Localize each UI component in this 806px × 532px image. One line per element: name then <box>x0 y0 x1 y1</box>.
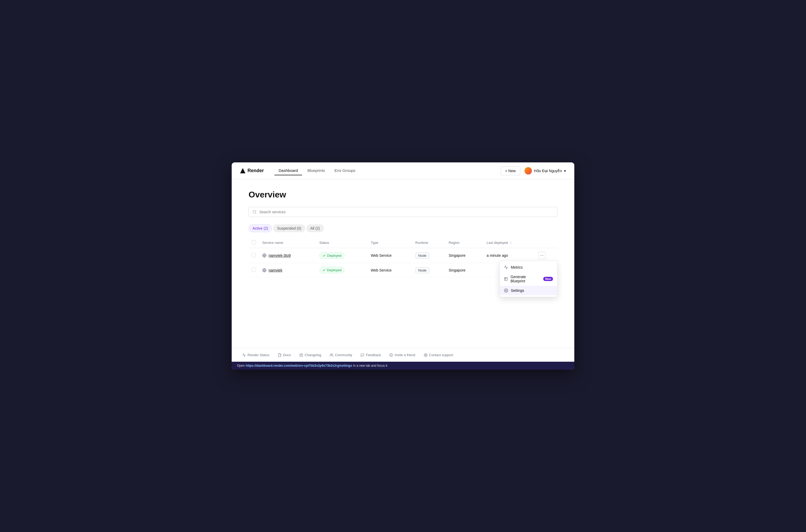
main-content: Overview Active (2) Suspended (0) All (2… <box>232 179 574 348</box>
col-runtime: Runtime <box>412 238 445 248</box>
col-type: Type <box>368 238 412 248</box>
navigation: Render Dashboard Blueprints Env Groups +… <box>232 163 574 179</box>
col-region: Region <box>445 238 483 248</box>
search-icon <box>252 210 257 214</box>
dropdown-settings[interactable]: Settings <box>500 286 557 295</box>
new-button[interactable]: + New <box>501 166 520 175</box>
changelog-icon <box>300 353 303 357</box>
globe-icon <box>262 268 267 272</box>
svg-point-13 <box>425 354 426 356</box>
logo-text: Render <box>248 168 264 173</box>
svg-point-8 <box>330 354 332 355</box>
globe-icon <box>262 253 267 258</box>
more-button-1[interactable]: ··· <box>538 252 545 259</box>
user-name: Hữu Đại Nguyễn <box>534 169 562 173</box>
feedback-icon <box>361 353 364 357</box>
chart-icon <box>504 265 508 269</box>
svg-point-12 <box>424 354 427 357</box>
footer-changelog[interactable]: Changelog <box>300 353 321 357</box>
svg-point-0 <box>253 210 256 213</box>
type-cell-1: Web Service <box>368 248 412 263</box>
community-icon <box>330 353 333 357</box>
footer-docs[interactable]: Docs <box>278 353 291 357</box>
region-cell-1: Singapore <box>445 248 483 263</box>
sort-icon: ↑ <box>510 241 512 245</box>
svg-point-5 <box>505 290 506 291</box>
page-title: Overview <box>249 190 557 200</box>
col-status: Status <box>316 238 368 248</box>
tab-active[interactable]: Active (2) <box>249 224 272 232</box>
service-link-1[interactable]: namviek-3to9 <box>269 253 291 258</box>
nav-blueprints[interactable]: Blueprints <box>303 166 329 175</box>
tab-all[interactable]: All (2) <box>306 224 324 232</box>
filter-tabs: Active (2) Suspended (0) All (2) <box>249 224 557 232</box>
runtime-badge-2: Node <box>416 267 429 273</box>
row-checkbox-1[interactable] <box>252 253 256 257</box>
status-badge-2: Deployed <box>320 267 345 273</box>
user-menu[interactable]: Hữu Đại Nguyễn ▾ <box>524 167 566 174</box>
type-cell-2: Web Service <box>368 263 412 277</box>
avatar <box>524 167 532 174</box>
footer-contact-support[interactable]: Contact support <box>424 353 453 357</box>
footer-invite[interactable]: Invite a friend <box>389 353 415 357</box>
nav-right: + New Hữu Đại Nguyễn ▾ <box>501 166 566 175</box>
doc-icon <box>278 353 282 357</box>
region-cell-2: Singapore <box>445 263 483 277</box>
footer-render-status[interactable]: Render Status <box>242 353 269 357</box>
dropdown-generate-blueprint[interactable]: Generate Blueprint New <box>500 272 557 286</box>
new-badge: New <box>543 277 553 281</box>
tab-suspended[interactable]: Suspended (0) <box>273 224 305 232</box>
blueprint-icon <box>504 277 508 281</box>
check-icon <box>322 268 326 272</box>
search-input[interactable] <box>260 210 554 214</box>
settings-icon <box>504 288 508 292</box>
row-actions-1: ··· Metrics <box>535 248 557 263</box>
service-name-cell-2: namviek <box>262 268 313 272</box>
col-service-name: Service name <box>259 238 316 248</box>
logo-icon <box>240 168 245 173</box>
select-all-checkbox[interactable] <box>252 240 256 244</box>
service-name-cell-1: namviek-3to9 <box>262 253 313 258</box>
footer: Render Status Docs Changelog Community F… <box>232 348 574 362</box>
row-checkbox-2[interactable] <box>252 268 256 272</box>
status-badge-1: Deployed <box>320 252 345 259</box>
table-row: namviek-3to9 Deployed Web Service Node S… <box>249 248 557 263</box>
support-icon <box>424 353 427 357</box>
dropdown-metrics[interactable]: Metrics <box>500 263 557 272</box>
nav-env-groups[interactable]: Env Groups <box>330 166 360 175</box>
dropdown-menu: Metrics Generate Blueprint New <box>499 261 557 297</box>
svg-rect-2 <box>504 277 507 280</box>
col-last-deployed[interactable]: Last deployed ↑ <box>483 238 535 248</box>
check-icon <box>322 254 326 257</box>
runtime-badge-1: Node <box>416 252 429 259</box>
nav-links: Dashboard Blueprints Env Groups <box>274 166 501 175</box>
logo[interactable]: Render <box>240 168 264 173</box>
nav-dashboard[interactable]: Dashboard <box>274 166 302 175</box>
footer-feedback[interactable]: Feedback <box>361 353 381 357</box>
footer-community[interactable]: Community <box>330 353 352 357</box>
services-table: Service name Status Type Runtime Region … <box>249 238 557 277</box>
activity-icon <box>242 353 246 357</box>
invite-icon <box>389 353 393 357</box>
search-bar <box>249 207 557 217</box>
status-bar: Open https://dashboard.render.com/web/sr… <box>232 362 574 369</box>
service-link-2[interactable]: namviek <box>269 268 282 272</box>
chevron-down-icon: ▾ <box>564 169 566 173</box>
